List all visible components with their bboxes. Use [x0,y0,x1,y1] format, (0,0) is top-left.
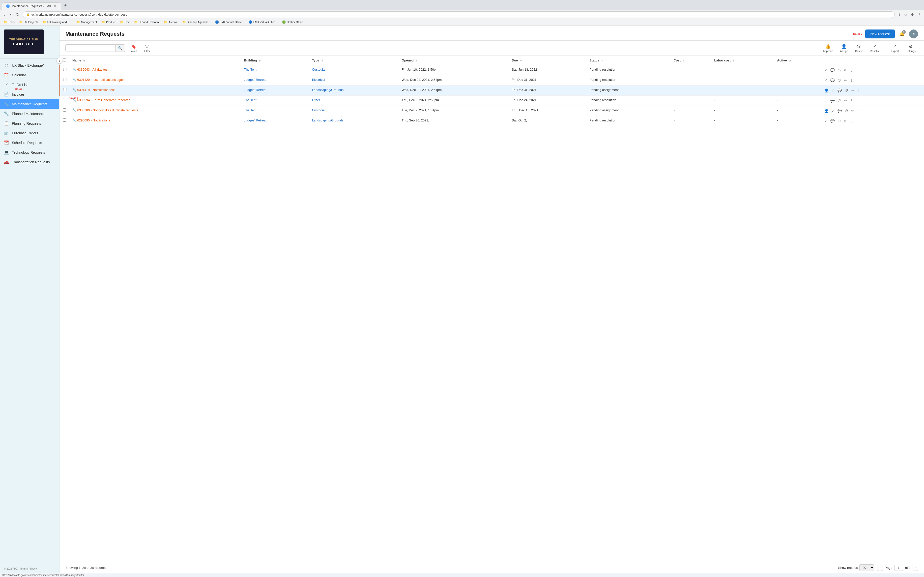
col-active[interactable]: Active ⊙ [774,56,821,65]
page-number-input[interactable] [894,565,903,571]
bookmark-fmx-virtual-2[interactable]: 🔵 FMX Virtual Office... [247,20,279,24]
address-bar[interactable]: 🔒 uxfavorito.gofmx.com/maintenance-reque… [23,11,895,18]
settings-button[interactable]: ⚙ Settings [903,43,918,53]
sidebar-item-schedule-requests[interactable]: 📆 Schedule Requests [0,138,59,147]
row-approve-icon[interactable]: ✓ [824,78,828,83]
row-name-link[interactable]: 🔧 6300380 - Nobody likes duplicate reque… [72,108,138,112]
resolve-button[interactable]: ✓ Resolve [868,43,882,53]
prev-page-button[interactable]: ‹ [877,565,883,571]
row-building-link[interactable]: The Tent [244,98,256,102]
sidebar-item-planning-requests[interactable]: 📋 Planning Requests [0,118,59,128]
row-assign-icon[interactable]: 👤 [824,88,829,93]
row-approve-icon[interactable]: ✓ [824,118,828,123]
row-building-link[interactable]: Judges' Retreat [244,78,266,82]
avatar-button[interactable]: RF [909,29,918,39]
tab-close-button[interactable]: × [53,4,57,8]
row-more-icon[interactable]: ⋮ [849,78,854,83]
records-per-page-select[interactable]: 20 50 100 [859,564,874,571]
row-comment-icon[interactable]: 💬 [830,118,835,123]
col-due[interactable]: Due ▼ [509,56,586,65]
new-tab-button[interactable]: + [62,2,69,10]
active-tab[interactable]: Maintenance Requests - FMX × [2,2,61,10]
row-building-link[interactable]: Judges' Retreat [244,88,266,92]
row-timer-icon[interactable]: ⏱ [844,108,848,113]
row-approve-icon[interactable]: ✓ [831,88,835,93]
row-building-link[interactable]: The Tent [244,68,256,71]
row-type-link[interactable]: Custodial [312,68,325,71]
row-edit-icon[interactable]: ✏ [851,88,855,93]
row-more-icon[interactable]: ⋮ [849,68,854,73]
row-more-icon[interactable]: ⋮ [849,98,854,103]
row-edit-icon[interactable]: ✏ [844,78,847,83]
row-approve-icon[interactable]: ✓ [824,98,828,103]
search-button[interactable]: 🔍 [115,45,125,52]
row-name-link[interactable]: 🔧 6336043 - All-day test [72,68,108,71]
row-approve-icon[interactable]: ✓ [824,68,828,73]
row-approve-icon[interactable]: ✓ [831,108,835,113]
row-type-link[interactable]: Other [312,98,320,102]
bookmark-dev[interactable]: 📁 Dev [119,20,131,24]
sidebar-toggle-button[interactable]: ‹ [56,58,63,64]
sidebar-item-transportation[interactable]: 🚗 Transportation Requests [0,157,59,167]
sidebar-item-purchase-orders[interactable]: 🛒 Purchase Orders [0,128,59,138]
col-status[interactable]: Status ⇅ [586,56,670,65]
row-comment-icon[interactable]: 💬 [837,88,842,93]
row-comment-icon[interactable]: 💬 [830,78,835,83]
row-timer-icon[interactable]: ⏱ [837,118,842,123]
sidebar-item-ux-stack[interactable]: ⬡ UX Stack Exchange/ [0,60,59,70]
bookmark-fmx-virtual-1[interactable]: 🔵 FMX Virtual Office... [214,20,246,24]
row-name-link[interactable]: 🔧 6301419 - Notification test [72,88,115,92]
sidebar-item-invoices[interactable]: 📄 Invoices [0,89,59,99]
row-comment-icon[interactable]: 💬 [830,68,835,73]
row-more-icon[interactable]: ⋮ [856,108,861,113]
saved-button[interactable]: 🔖 Saved [127,43,140,53]
row-edit-icon[interactable]: ✏ [844,118,847,123]
row-checkbox[interactable] [63,98,66,102]
bookmark-gather[interactable]: 🟢 Gather Office [280,20,304,24]
row-building-link[interactable]: The Tent [244,108,256,112]
bookmark-standup[interactable]: 📁 Standup Agendas... [181,20,212,24]
row-type-link[interactable]: Landscaping/Grounds [312,118,343,122]
forward-button[interactable]: › [8,11,12,18]
col-name[interactable]: Name ⇅ [69,56,241,65]
sidebar-item-calendar[interactable]: 📅 Calendar [0,70,59,80]
col-cost[interactable]: Cost ⇅ [671,56,712,65]
bookmark-management[interactable]: 📁 Management [75,20,98,24]
col-opened[interactable]: Opened ⇅ [399,56,509,65]
row-timer-icon[interactable]: ⏱ [837,78,842,83]
bookmark-product[interactable]: 📁 Product [100,20,117,24]
sidebar-item-todo[interactable]: ✓ To-Do List [0,80,59,89]
approve-button[interactable]: 👍 Approve [820,43,835,53]
filter-button[interactable]: ▽ Filter [142,43,153,53]
row-edit-icon[interactable]: ✏ [851,108,855,113]
assign-button[interactable]: 👤 Assign [837,43,851,53]
share-icon[interactable]: ⬆ [897,12,902,18]
row-type-link[interactable]: Custodial [312,108,325,112]
row-name-link[interactable]: 🔧 6301420 - test notifications again [72,78,124,82]
notifications-button[interactable]: 🔔 0 [898,30,906,38]
sidebar-item-technology[interactable]: 💻 Technology Requests [0,147,59,157]
bookmark-hr[interactable]: 📁 HR and Personal [133,20,161,24]
bookmark-tools[interactable]: 📁 Tools [2,20,16,24]
bookmark-ux-training[interactable]: 📁 UX Training and R... [41,20,73,24]
extensions-icon[interactable]: ⚙ [910,12,915,18]
row-checkbox[interactable] [63,118,66,122]
row-building-link[interactable]: Judges' Retreat [244,118,266,122]
row-checkbox[interactable] [63,78,66,81]
sidebar-item-maintenance[interactable]: 🔧 Maintenance Requests [0,99,59,109]
row-checkbox[interactable] [63,88,66,91]
row-type-link[interactable]: Landscaping/Grounds [312,88,343,92]
col-type[interactable]: Type ⇅ [309,56,399,65]
row-more-icon[interactable]: ⋮ [856,88,861,93]
row-comment-icon[interactable]: 💬 [837,108,842,113]
sidebar-item-planned-maintenance[interactable]: 🔧 Planned Maintenance [0,109,59,118]
row-name-link[interactable]: 🔧 6296095 - Notifications [72,118,110,122]
bookmark-archive[interactable]: 📁 Archive [163,20,179,24]
row-checkbox[interactable] [63,108,66,111]
row-timer-icon[interactable]: ⏱ [837,68,842,73]
col-labor-cost[interactable]: Labor cost ⇅ [711,56,774,65]
delete-button[interactable]: 🗑 Delete [853,43,866,53]
row-comment-icon[interactable]: 💬 [830,98,835,103]
bookmark-ux-projects[interactable]: 📁 UX Projects [18,20,40,24]
row-name-link[interactable]: 🔧 6300594 - Form Generator Research [72,98,130,102]
